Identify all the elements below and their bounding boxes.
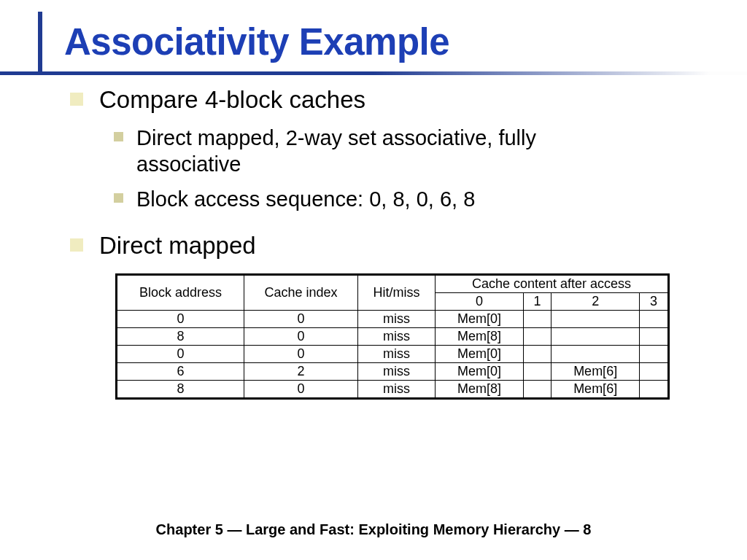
- table-cell: Mem[0]: [436, 345, 524, 362]
- table-cell: Mem[6]: [551, 362, 640, 380]
- col-cache-content: Cache content after access: [436, 274, 669, 292]
- table-cell: [551, 327, 640, 345]
- slide-title: Associativity Example: [64, 20, 747, 63]
- table-cell: miss: [357, 310, 435, 327]
- table-cell: 2: [244, 362, 358, 380]
- table-row: 00missMem[0]: [117, 310, 669, 327]
- table-cell: [524, 362, 551, 380]
- cache-table-wrap: Block address Cache index Hit/miss Cache…: [115, 273, 670, 400]
- table-cell: miss: [357, 380, 435, 398]
- table-row: 80missMem[8]: [117, 327, 669, 345]
- slide-footer: Chapter 5 — Large and Fast: Exploiting M…: [0, 521, 747, 538]
- col-way-3: 3: [640, 292, 669, 310]
- table-cell: Mem[0]: [436, 362, 524, 380]
- table-cell: 0: [117, 310, 244, 327]
- table-cell: [524, 310, 551, 327]
- table-cell: Mem[0]: [436, 310, 524, 327]
- bullet-icon: [114, 193, 123, 203]
- bullet-icon: [70, 93, 83, 106]
- bullet-text: Direct mapped, 2-way set associative, fu…: [136, 125, 603, 178]
- table-cell: [640, 310, 669, 327]
- cache-table: Block address Cache index Hit/miss Cache…: [115, 273, 670, 400]
- table-cell: [640, 362, 669, 380]
- slide-body: Compare 4-block caches Direct mapped, 2-…: [0, 63, 747, 400]
- table-cell: 0: [244, 327, 358, 345]
- table-cell: [640, 327, 669, 345]
- col-way-1: 1: [524, 292, 551, 310]
- table-cell: [524, 327, 551, 345]
- bullet-level1: Direct mapped: [70, 231, 689, 260]
- col-way-0: 0: [436, 292, 524, 310]
- table-cell: [524, 345, 551, 362]
- table-cell: Mem[8]: [436, 380, 524, 398]
- title-accent-vertical: [38, 12, 42, 71]
- bullet-text: Direct mapped: [99, 231, 256, 260]
- table-row: 62missMem[0]Mem[6]: [117, 362, 669, 380]
- col-hit-miss: Hit/miss: [357, 274, 435, 310]
- table-cell: miss: [357, 362, 435, 380]
- table-row: 00missMem[0]: [117, 345, 669, 362]
- table-cell: [640, 380, 669, 398]
- bullet-text: Block access sequence: 0, 8, 0, 6, 8: [136, 186, 475, 212]
- table-header-row: Block address Cache index Hit/miss Cache…: [117, 274, 669, 292]
- bullet-icon: [70, 238, 83, 252]
- col-cache-index: Cache index: [244, 274, 358, 310]
- col-block-address: Block address: [117, 274, 244, 310]
- table-cell: [640, 345, 669, 362]
- table-cell: [524, 380, 551, 398]
- bullet-level2: Direct mapped, 2-way set associative, fu…: [114, 125, 689, 178]
- bullet-text: Compare 4-block caches: [99, 85, 365, 114]
- bullet-level2: Block access sequence: 0, 8, 0, 6, 8: [114, 186, 689, 212]
- table-cell: [551, 345, 640, 362]
- table-cell: 6: [117, 362, 244, 380]
- bullet-level1: Compare 4-block caches: [70, 85, 689, 114]
- table-cell: 8: [117, 327, 244, 345]
- table-cell: [551, 310, 640, 327]
- table-cell: miss: [357, 345, 435, 362]
- table-cell: 0: [244, 345, 358, 362]
- table-cell: 8: [117, 380, 244, 398]
- table-cell: 0: [117, 345, 244, 362]
- table-cell: Mem[8]: [436, 327, 524, 345]
- slide-header: Associativity Example: [0, 0, 747, 63]
- table-cell: Mem[6]: [551, 380, 640, 398]
- table-cell: 0: [244, 310, 358, 327]
- col-way-2: 2: [551, 292, 640, 310]
- bullet-icon: [114, 132, 123, 141]
- title-accent-horizontal: [0, 71, 747, 75]
- table-row: 80missMem[8]Mem[6]: [117, 380, 669, 398]
- table-cell: 0: [244, 380, 358, 398]
- table-cell: miss: [357, 327, 435, 345]
